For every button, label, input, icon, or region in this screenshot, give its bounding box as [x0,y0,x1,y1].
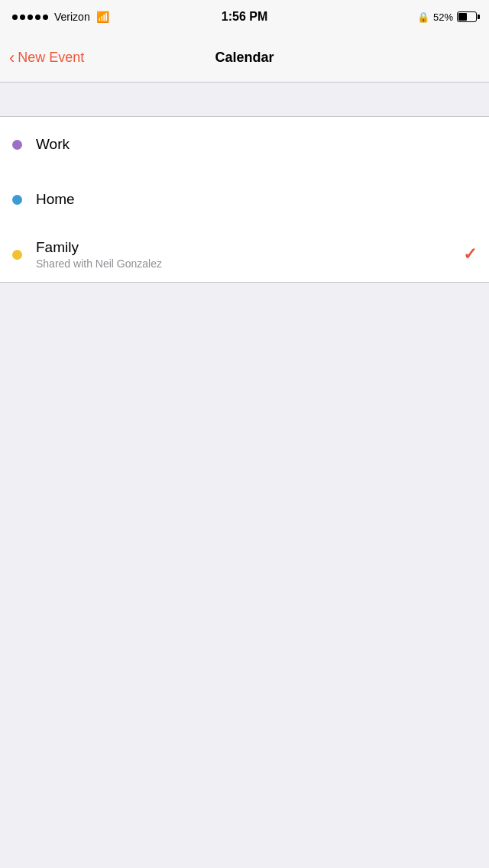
calendar-text-home: Home [36,191,477,208]
selected-checkmark: ✓ [463,245,477,264]
status-time: 1:56 PM [222,10,267,24]
calendar-text-work: Work [36,136,477,153]
back-button[interactable]: ‹ New Event [9,50,84,66]
signal-dot-1 [12,15,18,20]
calendar-list: Work Home Family Shared with Neil Gonzal… [0,116,489,283]
lock-icon: 🔒 [417,11,429,23]
calendar-item-family[interactable]: Family Shared with Neil Gonzalez ✓ [0,227,489,282]
calendar-color-dot-family [12,250,22,260]
signal-dot-4 [35,15,40,20]
battery-fill [458,13,467,21]
calendar-label-family: Family [36,239,457,256]
calendar-item-home[interactable]: Home [0,172,489,227]
calendar-item-work[interactable]: Work [0,117,489,172]
calendar-text-family: Family Shared with Neil Gonzalez [36,239,457,270]
nav-title: Calendar [215,50,274,66]
nav-bar: ‹ New Event Calendar [0,34,489,83]
calendar-color-dot-work [12,140,22,150]
calendar-color-dot-home [12,195,22,205]
wifi-icon: 📶 [96,11,109,23]
carrier-label: Verizon [54,11,90,23]
battery-icon [457,11,477,22]
status-bar-right: 🔒 52% [417,11,477,23]
signal-dots [12,15,48,20]
signal-dot-3 [28,15,33,20]
battery-percent: 52% [433,11,453,23]
calendar-label-home: Home [36,191,477,208]
calendar-sublabel-family: Shared with Neil Gonzalez [36,257,457,270]
signal-dot-2 [20,15,25,20]
calendar-label-work: Work [36,136,477,153]
status-bar-left: Verizon 📶 [12,11,109,23]
back-label: New Event [18,50,84,66]
signal-dot-5 [43,15,48,20]
status-bar: Verizon 📶 1:56 PM 🔒 52% [0,0,489,34]
section-header [0,83,489,116]
back-chevron-icon: ‹ [9,50,15,66]
